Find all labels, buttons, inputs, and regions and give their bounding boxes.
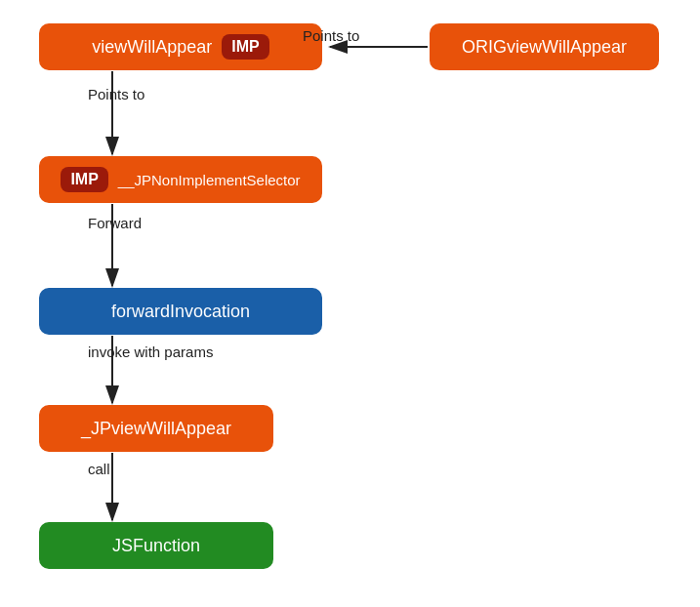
orig-label: ORIGviewWillAppear — [462, 37, 627, 58]
label-call: call — [88, 461, 110, 477]
viewWillAppear-label: viewWillAppear — [92, 37, 212, 58]
node-js: JSFunction — [39, 522, 273, 569]
label-forward: Forward — [88, 215, 142, 231]
forward-label: forwardInvocation — [111, 302, 250, 322]
badge-imp-top: IMP — [222, 34, 268, 60]
selector-label: __JPNonImplementSelector — [118, 172, 301, 188]
diagram: viewWillAppear IMP ORIGviewWillAppear Po… — [0, 0, 700, 607]
js-label: JSFunction — [112, 536, 200, 556]
label-points-to-vertical: Points to — [88, 86, 144, 102]
label-points-to-horizontal: Points to — [303, 27, 359, 44]
node-jp: _JPviewWillAppear — [39, 405, 273, 452]
node-orig: ORIGviewWillAppear — [430, 23, 659, 70]
badge-imp-2: IMP — [61, 167, 107, 192]
node-imp-selector: IMP __JPNonImplementSelector — [39, 156, 322, 203]
node-viewWillAppear: viewWillAppear IMP — [39, 23, 322, 70]
jp-label: _JPviewWillAppear — [81, 419, 231, 439]
node-forward: forwardInvocation — [39, 288, 322, 335]
label-invoke: invoke with params — [88, 344, 213, 360]
